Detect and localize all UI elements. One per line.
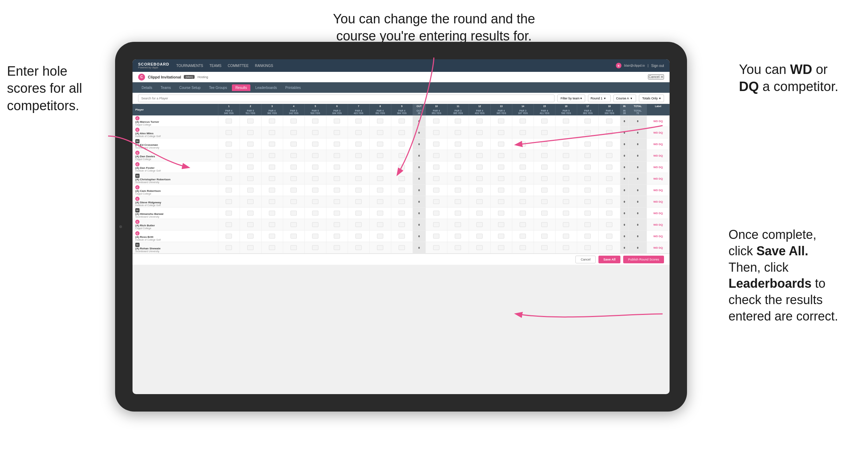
hole-11-input[interactable] xyxy=(455,199,461,204)
dq-button[interactable]: DQ xyxy=(659,154,663,157)
hole-16-input[interactable] xyxy=(563,199,569,204)
hole-4-input[interactable] xyxy=(290,130,297,135)
hole-18-input[interactable] xyxy=(606,199,612,204)
hole-10-input[interactable] xyxy=(433,130,439,135)
hole-15-input[interactable] xyxy=(541,119,548,123)
hole-2-input[interactable] xyxy=(247,176,254,181)
hole-2-input[interactable] xyxy=(247,199,254,204)
hole-11-input[interactable] xyxy=(455,245,461,250)
hole-8-input[interactable] xyxy=(377,119,383,123)
hole-15-input[interactable] xyxy=(541,153,548,158)
wd-button[interactable]: WD xyxy=(653,246,658,249)
hole-9-input[interactable] xyxy=(399,176,405,181)
search-input[interactable] xyxy=(138,95,554,102)
hole-13-input[interactable] xyxy=(498,245,504,250)
hole-16-input[interactable] xyxy=(563,119,569,123)
hole-9-input[interactable] xyxy=(399,119,405,123)
tab-teams[interactable]: Teams xyxy=(157,84,174,91)
hole-4-input[interactable] xyxy=(290,199,297,204)
hole-3-input[interactable] xyxy=(269,153,275,158)
hole-15-input[interactable] xyxy=(541,165,548,170)
hole-18-input[interactable] xyxy=(606,188,612,193)
tab-tee-groups[interactable]: Tee Groups xyxy=(205,84,231,91)
hole-2-input[interactable] xyxy=(247,245,254,250)
hole-12-input[interactable] xyxy=(476,176,483,181)
hole-7-input[interactable] xyxy=(355,234,362,239)
hole-1-input[interactable] xyxy=(226,222,232,227)
hole-13-input[interactable] xyxy=(498,222,504,227)
hole-3-input[interactable] xyxy=(269,142,275,146)
hole-9-input[interactable] xyxy=(399,222,405,227)
hole-10-input[interactable] xyxy=(433,176,439,181)
hole-13-input[interactable] xyxy=(498,234,504,239)
hole-13-input[interactable] xyxy=(498,119,504,123)
filter-team-button[interactable]: Filter by team ▾ xyxy=(557,95,585,102)
hole-16-input[interactable] xyxy=(563,188,569,193)
hole-11-input[interactable] xyxy=(455,153,461,158)
hole-11-input[interactable] xyxy=(455,119,461,123)
hole-11-input[interactable] xyxy=(455,165,461,170)
hole-5-input[interactable] xyxy=(312,199,318,204)
hole-14-input[interactable] xyxy=(520,199,526,204)
hole-3-input[interactable] xyxy=(269,211,275,216)
hole-1-input[interactable] xyxy=(226,176,232,181)
hole-18-input[interactable] xyxy=(606,142,612,146)
hole-8-input[interactable] xyxy=(377,234,383,239)
hole-10-input[interactable] xyxy=(433,234,439,239)
hole-11-input[interactable] xyxy=(455,176,461,181)
nav-link-committee[interactable]: COMMITTEE xyxy=(228,64,249,68)
dq-button[interactable]: DQ xyxy=(659,120,663,123)
wd-button[interactable]: WD xyxy=(653,200,658,203)
hole-16-input[interactable] xyxy=(563,245,569,250)
hole-4-input[interactable] xyxy=(290,119,297,123)
hole-18-input[interactable] xyxy=(606,119,612,123)
hole-8-input[interactable] xyxy=(377,153,383,158)
hole-8-input[interactable] xyxy=(377,199,383,204)
hole-11-input[interactable] xyxy=(455,222,461,227)
hole-5-input[interactable] xyxy=(312,222,318,227)
hole-11-input[interactable] xyxy=(455,142,461,146)
hole-6-input[interactable] xyxy=(334,176,340,181)
hole-17-input[interactable] xyxy=(584,130,591,135)
hole-3-input[interactable] xyxy=(269,130,275,135)
hole-9-input[interactable] xyxy=(399,234,405,239)
hole-7-input[interactable] xyxy=(355,199,362,204)
hole-13-input[interactable] xyxy=(498,142,504,146)
hole-14-input[interactable] xyxy=(520,153,526,158)
hole-17-input[interactable] xyxy=(584,199,591,204)
hole-12-input[interactable] xyxy=(476,165,483,170)
wd-button[interactable]: WD xyxy=(653,223,658,226)
hole-6-input[interactable] xyxy=(334,234,340,239)
hole-7-input[interactable] xyxy=(355,211,362,216)
wd-button[interactable]: WD xyxy=(653,143,658,146)
hole-8-input[interactable] xyxy=(377,142,383,146)
hole-9-input[interactable] xyxy=(399,153,405,158)
hole-5-input[interactable] xyxy=(312,176,318,181)
wd-button[interactable]: WD xyxy=(653,189,658,192)
hole-15-input[interactable] xyxy=(541,130,548,135)
hole-17-input[interactable] xyxy=(584,176,591,181)
hole-3-input[interactable] xyxy=(269,119,275,123)
hole-16-input[interactable] xyxy=(563,130,569,135)
hole-7-input[interactable] xyxy=(355,245,362,250)
hole-3-input[interactable] xyxy=(269,165,275,170)
hole-6-input[interactable] xyxy=(334,188,340,193)
hole-10-input[interactable] xyxy=(433,199,439,204)
hole-7-input[interactable] xyxy=(355,222,362,227)
hole-4-input[interactable] xyxy=(290,234,297,239)
hole-4-input[interactable] xyxy=(290,142,297,146)
hole-2-input[interactable] xyxy=(247,188,254,193)
hole-3-input[interactable] xyxy=(269,245,275,250)
hole-3-input[interactable] xyxy=(269,199,275,204)
hole-9-input[interactable] xyxy=(399,130,405,135)
dq-button[interactable]: DQ xyxy=(659,223,663,226)
dq-button[interactable]: DQ xyxy=(659,143,663,146)
hole-13-input[interactable] xyxy=(498,199,504,204)
hole-14-input[interactable] xyxy=(520,142,526,146)
dq-button[interactable]: DQ xyxy=(659,166,663,169)
hole-12-input[interactable] xyxy=(476,142,483,146)
hole-6-input[interactable] xyxy=(334,199,340,204)
hole-13-input[interactable] xyxy=(498,130,504,135)
hole-5-input[interactable] xyxy=(312,188,318,193)
hole-1-input[interactable] xyxy=(226,234,232,239)
